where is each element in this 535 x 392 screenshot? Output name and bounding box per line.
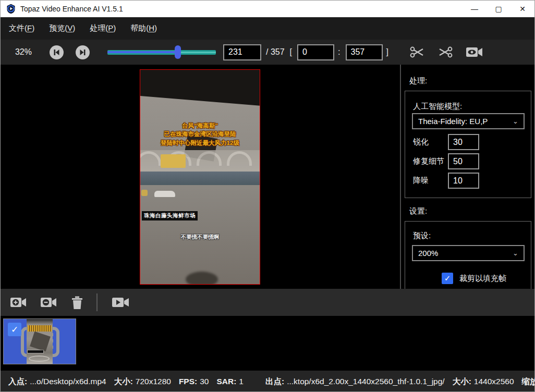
title-bar: Topaz Video Enhance AI V1.5.1 — ▢ ✕ [1,1,534,17]
menu-process-pre: 处理( [90,23,108,32]
crop-to-fill-row: ✓ 裁剪以填充帧 [442,273,506,284]
video-overlay-title: 台风“海高斯” 已在珠海市金湾区沿海登陆 登陆时中心附近最大风力12级 [140,121,260,148]
trim-colon: : [338,47,340,57]
denoise-input[interactable] [448,173,479,189]
camera-plus-icon [10,296,28,309]
skip-to-end-button[interactable] [76,45,90,59]
menu-preview-post: ) [72,23,75,32]
trim-end-button[interactable] [437,45,453,59]
status-bar: 入点:...o/Desktop/x6d.mp4 大小:720x1280 FPS:… [1,369,534,392]
video-flooded-car [154,191,175,197]
restore-detail-label: 修复细节 [413,156,448,166]
menu-preview-pre: 预览( [49,23,67,32]
thumbnail-strip: ✓ [1,316,534,369]
scissors-left-icon [409,45,425,59]
settings-groupbox: 预设: 200% ⌄ ✓ 裁剪以填充帧 [405,221,531,289]
trim-start-input[interactable] [297,44,334,60]
add-video-button[interactable] [10,296,28,309]
sharpen-row: 锐化 [413,134,479,150]
denoise-row: 降噪 [413,173,479,189]
menu-file-post: ) [32,23,34,32]
thumbnail-image [27,319,53,364]
overlay-title-line2: 已在珠海市金湾区沿海登陆 [140,130,260,139]
overlay-title-line3: 登陆时中心附近最大风力12级 [140,139,260,148]
preview-button[interactable] [466,46,483,58]
timeline-slider[interactable] [107,45,216,59]
video-bottom-debris [186,272,218,285]
status-input-size: 大小:720x1280 [114,376,171,387]
status-input-size-label: 大小: [114,377,133,386]
preset-value: 200% [418,249,438,258]
toolbar-divider [96,293,98,311]
menu-preview-key: V [67,23,72,32]
maximize-button[interactable]: ▢ [487,1,510,17]
trash-icon [70,295,84,310]
status-output-size-value: 1440x2560 [474,377,514,386]
menu-process[interactable]: 处理(P) [84,23,121,33]
menu-preview[interactable]: 预览(V) [44,23,80,33]
ai-model-dropdown[interactable]: Theia-Fidelity: EU,P ⌄ [412,113,525,129]
sharpen-input[interactable] [448,134,479,150]
status-input-path-value: ...o/Desktop/x6d.mp4 [30,377,106,386]
video-caption: 不要慌不要慌啊 [140,234,260,241]
status-fps-value: 30 [200,377,209,386]
menu-process-key: P [108,23,113,32]
camera-eye-icon [466,46,483,58]
menu-process-post: ) [113,23,116,32]
remove-video-button[interactable] [40,296,58,309]
chevron-down-icon: ⌄ [513,249,518,257]
preset-label: 预设: [413,231,431,241]
camera-play-icon [111,296,130,309]
close-button[interactable]: ✕ [510,1,534,17]
minimize-button[interactable]: — [463,1,487,17]
status-sar: SAR:1 [216,377,244,386]
trim-open-bracket: [ [290,47,292,57]
menu-bar: 文件(F) 预览(V) 处理(P) 帮助(H) [1,17,534,40]
crop-to-fill-checkbox[interactable]: ✓ [442,273,453,284]
status-input-size-value: 720x1280 [136,377,171,386]
process-video-button[interactable] [111,296,130,309]
status-output-size: 大小:1440x2560 [453,376,514,387]
trim-end-input[interactable] [346,44,383,60]
video-thumbnail-selected[interactable]: ✓ [3,318,76,364]
bridge-arch [197,151,222,166]
video-yellow-sign [161,154,186,168]
status-sar-label: SAR: [216,377,236,386]
bridge-arch [227,151,252,166]
thumbnail-title-text [28,325,52,332]
current-frame-input[interactable] [223,44,261,60]
main-area: 台风“海高斯” 已在珠海市金湾区沿海登陆 登陆时中心附近最大风力12级 珠海白藤… [1,65,534,289]
menu-help[interactable]: 帮助(H) [125,23,162,33]
status-scale-label: 缩放: [522,377,535,386]
menu-help-post: ) [154,23,157,32]
status-output-path-value: ...ktop/x6d_2.00x_1440x2560_thf-1.0.1_jp… [287,377,445,386]
right-panel: 处理: 人工智能模型: Theia-Fidelity: EU,P ⌄ 锐化 修复… [401,65,535,289]
clip-toolbar [1,289,534,316]
menu-file[interactable]: 文件(F) [4,23,40,33]
slider-handle[interactable] [175,45,181,59]
crop-to-fill-label: 裁剪以填充帧 [459,274,506,284]
playback-toolbar: 32% / 357 [ : ] [1,40,534,65]
settings-section-title: 设置: [409,206,427,216]
thumbnail-tag [28,350,43,353]
restore-detail-input[interactable] [448,153,479,169]
video-bridge [140,150,260,172]
status-fps-label: FPS: [179,377,197,386]
window-title: Topaz Video Enhance AI V1.5.1 [20,5,123,13]
zoom-level-label: 32% [8,47,32,57]
checkmark-icon: ✓ [11,324,18,335]
overlay-title-line1: 台风“海高斯” [140,121,260,130]
skip-to-start-icon [53,48,60,56]
thumbnail-dark-object [30,332,51,351]
video-preview[interactable]: 台风“海高斯” 已在珠海市金湾区沿海登陆 登陆时中心附近最大风力12级 珠海白藤… [140,69,260,285]
thumbnail-checkbox[interactable]: ✓ [8,323,21,336]
camera-minus-icon [40,296,58,309]
preset-dropdown[interactable]: 200% ⌄ [412,245,525,261]
video-debris [141,190,148,196]
status-input-path-label: 入点: [8,377,27,386]
trim-start-button[interactable] [409,45,425,59]
video-dark-overhang [140,70,260,115]
status-sar-value: 1 [239,377,244,386]
delete-clip-button[interactable] [70,295,84,310]
skip-to-start-button[interactable] [50,45,64,59]
